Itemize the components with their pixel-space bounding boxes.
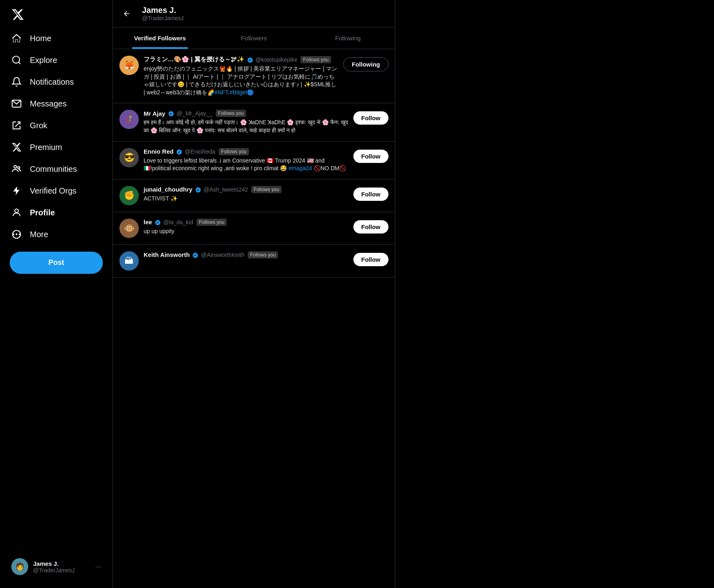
profile-label: Profile xyxy=(30,208,55,217)
sidebar-item-messages[interactable]: Messages xyxy=(5,93,108,115)
verified-badge xyxy=(176,148,182,155)
following-button[interactable]: Following xyxy=(343,57,388,71)
svg-point-3 xyxy=(14,165,17,168)
post-button[interactable]: Post xyxy=(10,252,103,274)
follow-button-wrapper: Follow xyxy=(353,251,389,266)
verified-badge xyxy=(192,251,198,259)
follows-you-badge: Follows you xyxy=(301,56,331,63)
grok-label: Grok xyxy=(30,121,47,130)
bell-icon xyxy=(11,77,22,87)
header-handle: @TraderJamesJ xyxy=(142,15,388,21)
follower-name-row: lee @la_da_kid Follows you xyxy=(144,219,349,226)
premium-label: Premium xyxy=(30,143,62,152)
follower-content: junaid_choudhry @Ash_tweets242 Follows y… xyxy=(144,186,349,203)
header-name: James J. xyxy=(142,6,388,15)
follower-name-row: Ennio Red @EnioReda Follows you xyxy=(144,148,349,155)
follower-handle: @AinsworthKeith xyxy=(201,252,244,258)
tabs: Verified Followers Followers Following xyxy=(113,27,395,49)
follower-bio: हम हम हैं। आप कोई भी हो, हमें फर्क नहीं … xyxy=(144,119,349,134)
sidebar-item-home[interactable]: Home xyxy=(5,27,108,49)
verified-badge xyxy=(168,110,174,117)
follower-name-row: Mr Ajay @_Mr_Ajay__ Follows you xyxy=(144,110,349,117)
follower-name: Keith Ainsworth xyxy=(144,251,190,258)
follower-name: フラミン…🎨🌸 | 翼を授ける～🕊✨ xyxy=(144,56,244,63)
x-logo[interactable] xyxy=(5,3,108,26)
profile-handle: @TraderJamesJ xyxy=(33,567,90,573)
follow-button-wrapper: Follow xyxy=(353,110,389,125)
follows-you-badge: Follows you xyxy=(219,148,249,155)
svg-point-7 xyxy=(13,234,14,235)
sidebar-item-communities[interactable]: Communities xyxy=(5,158,108,180)
sidebar-item-verified-orgs[interactable]: Verified Orgs xyxy=(5,180,108,202)
follower-bio: up up uppity xyxy=(144,227,349,236)
verified-badge xyxy=(195,186,201,193)
follower-name: junaid_choudhry xyxy=(144,186,192,193)
follow-button-wrapper: Follow xyxy=(353,186,389,201)
tab-followers[interactable]: Followers xyxy=(207,27,301,49)
follows-you-badge: Follows you xyxy=(251,186,282,193)
list-item: 🐵 lee @la_da_kid Follows you up up uppit… xyxy=(113,212,395,245)
communities-label: Communities xyxy=(30,165,77,174)
explore-label: Explore xyxy=(30,56,57,65)
follower-handle: @EnioReda xyxy=(185,148,215,155)
bolt-icon xyxy=(11,186,22,196)
list-item: 😎 Ennio Red @EnioReda Follows you Love t… xyxy=(113,142,395,179)
follower-content: lee @la_da_kid Follows you up up uppity xyxy=(144,219,349,236)
header-user-info: James J. @TraderJamesJ xyxy=(142,6,388,21)
follower-bio: ACTIVIST ✨ xyxy=(144,195,349,203)
sidebar-item-profile[interactable]: Profile xyxy=(5,202,108,223)
follower-content: Mr Ajay @_Mr_Ajay__ Follows you हम हम है… xyxy=(144,110,349,134)
follows-you-badge: Follows you xyxy=(248,251,278,259)
avatar: 🦸 xyxy=(119,110,139,129)
follower-bio: Love to triggers leftist liberals .i am … xyxy=(144,157,349,173)
follower-content: Ennio Red @EnioReda Follows you Love to … xyxy=(144,148,349,173)
list-item: 🦸 Mr Ajay @_Mr_Ajay__ Follows you हम हम … xyxy=(113,103,395,141)
back-arrow-icon xyxy=(123,10,131,18)
sidebar: Home Explore Notifications Messages Grok… xyxy=(0,0,113,588)
tab-verified-followers[interactable]: Verified Followers xyxy=(113,27,207,49)
follower-name-row: Keith Ainsworth @AinsworthKeith Follows … xyxy=(144,251,349,259)
sidebar-item-more[interactable]: More xyxy=(5,223,108,245)
follower-handle: @kotetupikepike xyxy=(256,56,298,63)
avatar: 🐵 xyxy=(119,219,139,238)
sidebar-profile[interactable]: 🧑 James J. @TraderJamesJ ··· xyxy=(5,553,108,580)
follow-button-wrapper: Follow xyxy=(353,219,389,234)
more-icon xyxy=(11,229,22,240)
follow-button[interactable]: Follow xyxy=(353,150,389,163)
back-button[interactable] xyxy=(119,6,134,21)
avatar: 😎 xyxy=(119,148,139,167)
person-icon xyxy=(11,207,22,218)
sidebar-item-explore[interactable]: Explore xyxy=(5,49,108,71)
followers-list: 🦊 フラミン…🎨🌸 | 翼を授ける～🕊✨ @kotetupikepike Fol… xyxy=(113,49,395,277)
sidebar-item-notifications[interactable]: Notifications xyxy=(5,71,108,93)
follow-button[interactable]: Follow xyxy=(353,188,389,201)
follower-handle: @Ash_tweets242 xyxy=(204,186,248,193)
follow-button[interactable]: Follow xyxy=(353,220,389,234)
messages-label: Messages xyxy=(30,99,67,108)
avatar: 🏔 xyxy=(119,251,139,271)
profile-name: James J. xyxy=(33,560,90,567)
follow-button-wrapper: Follow xyxy=(353,148,389,163)
follower-handle: @_Mr_Ajay__ xyxy=(177,110,213,117)
avatar: ✊ xyxy=(119,186,139,205)
notifications-label: Notifications xyxy=(30,77,74,87)
follow-button[interactable]: Follow xyxy=(353,111,389,125)
follower-name: Mr Ajay xyxy=(144,110,165,117)
explore-icon xyxy=(11,55,22,65)
follow-button[interactable]: Follow xyxy=(353,253,389,266)
follows-you-badge: Follows you xyxy=(196,219,227,226)
follower-name-row: junaid_choudhry @Ash_tweets242 Follows y… xyxy=(144,186,349,193)
svg-point-4 xyxy=(18,167,20,169)
follower-name: lee xyxy=(144,219,152,225)
x-logo-icon xyxy=(11,8,24,21)
more-label: More xyxy=(30,230,48,239)
avatar: 🦊 xyxy=(119,56,139,75)
profile-info: James J. @TraderJamesJ xyxy=(33,560,90,573)
svg-point-5 xyxy=(15,209,19,213)
verified-badge xyxy=(154,219,161,226)
home-icon xyxy=(11,33,22,44)
tab-following[interactable]: Following xyxy=(301,27,395,49)
sidebar-item-premium[interactable]: Premium xyxy=(5,136,108,158)
home-label: Home xyxy=(30,34,51,43)
sidebar-item-grok[interactable]: Grok xyxy=(5,115,108,136)
